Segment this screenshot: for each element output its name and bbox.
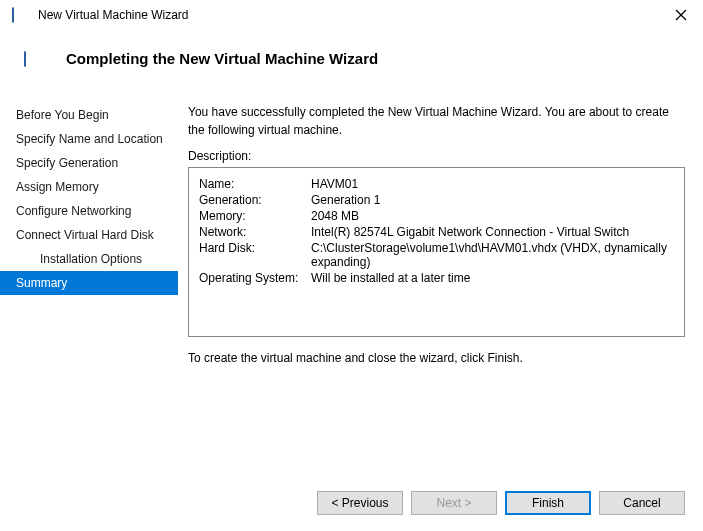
finish-button[interactable]: Finish: [505, 491, 591, 515]
next-button: Next >: [411, 491, 497, 515]
wizard-step[interactable]: Assign Memory: [0, 175, 178, 199]
description-row: Generation:Generation 1: [199, 192, 674, 208]
window-title: New Virtual Machine Wizard: [38, 8, 669, 22]
page-title: Completing the New Virtual Machine Wizar…: [66, 50, 378, 67]
wizard-step[interactable]: Summary: [0, 271, 178, 295]
wizard-step[interactable]: Before You Begin: [0, 103, 178, 127]
wizard-step[interactable]: Configure Networking: [0, 199, 178, 223]
wizard-buttons: < Previous Next > Finish Cancel: [317, 491, 685, 515]
description-row: Operating System:Will be installed at a …: [199, 270, 674, 286]
wizard-main: You have successfully completed the New …: [178, 85, 703, 455]
description-key: Name:: [199, 176, 311, 192]
description-key: Operating System:: [199, 270, 311, 286]
wizard-steps-sidebar: Before You BeginSpecify Name and Locatio…: [0, 85, 178, 455]
wizard-header: Completing the New Virtual Machine Wizar…: [0, 30, 703, 85]
description-value: Will be installed at a later time: [311, 270, 674, 286]
description-value: C:\ClusterStorage\volume1\vhd\HAVM01.vhd…: [311, 240, 674, 270]
wizard-step[interactable]: Specify Generation: [0, 151, 178, 175]
description-value: Intel(R) 82574L Gigabit Network Connecti…: [311, 224, 674, 240]
description-box: Name:HAVM01Generation:Generation 1Memory…: [188, 167, 685, 337]
cancel-button[interactable]: Cancel: [599, 491, 685, 515]
description-row: Name:HAVM01: [199, 176, 674, 192]
vm-header-icon: [24, 52, 42, 66]
description-value: 2048 MB: [311, 208, 674, 224]
description-label: Description:: [188, 149, 685, 163]
description-row: Hard Disk:C:\ClusterStorage\volume1\vhd\…: [199, 240, 674, 270]
vm-wizard-icon: [12, 8, 30, 22]
description-value: HAVM01: [311, 176, 674, 192]
wizard-step[interactable]: Installation Options: [0, 247, 178, 271]
description-key: Network:: [199, 224, 311, 240]
outro-text: To create the virtual machine and close …: [188, 351, 685, 365]
description-key: Generation:: [199, 192, 311, 208]
wizard-step[interactable]: Specify Name and Location: [0, 127, 178, 151]
description-key: Hard Disk:: [199, 240, 311, 270]
description-value: Generation 1: [311, 192, 674, 208]
description-table: Name:HAVM01Generation:Generation 1Memory…: [199, 176, 674, 286]
description-row: Memory:2048 MB: [199, 208, 674, 224]
wizard-step[interactable]: Connect Virtual Hard Disk: [0, 223, 178, 247]
description-key: Memory:: [199, 208, 311, 224]
close-icon[interactable]: [669, 9, 693, 21]
titlebar: New Virtual Machine Wizard: [0, 0, 703, 30]
previous-button[interactable]: < Previous: [317, 491, 403, 515]
description-row: Network:Intel(R) 82574L Gigabit Network …: [199, 224, 674, 240]
intro-text: You have successfully completed the New …: [188, 103, 685, 139]
